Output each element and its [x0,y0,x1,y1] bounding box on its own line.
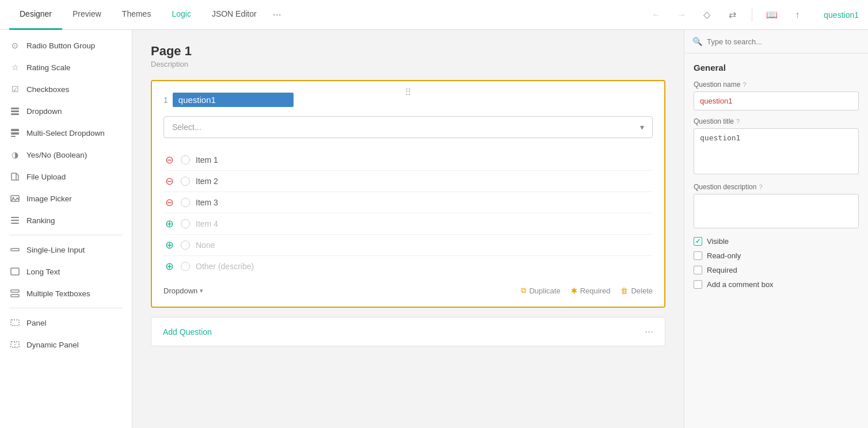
visible-checkbox[interactable]: ✓ [694,237,702,246]
check-icon: ✓ [695,238,701,245]
sidebar-item-image-picker[interactable]: Image Picker [0,188,132,209]
duplicate-button[interactable]: ⧉ Duplicate [521,286,560,295]
sidebar-item-radio-button-group[interactable]: ⊙ Radio Button Group [0,35,132,56]
add-question-bar[interactable]: Add Question ··· [151,317,665,346]
tab-json-editor[interactable]: JSON Editor [201,0,267,30]
search-icon: 🔍 [692,37,702,46]
item-3-label: Item 3 [196,198,218,207]
remove-item-2-button[interactable]: ⊖ [163,175,175,187]
radio-circle-other [181,262,190,271]
image-picker-icon [9,193,21,204]
svg-rect-4 [11,132,19,135]
none-label: None [196,240,215,250]
delete-icon: 🗑 [620,286,628,295]
add-item-4-button[interactable]: ⊕ [163,218,175,230]
svg-rect-3 [11,129,19,131]
multiple-textboxes-icon [9,288,21,299]
sidebar-item-panel[interactable]: Panel [0,312,132,334]
file-upload-icon [9,171,21,182]
svg-rect-15 [11,295,19,297]
sidebar-item-checkboxes[interactable]: ☑ Checkboxes [0,78,132,100]
question-title-textarea[interactable]: question1 [694,128,859,174]
footer-type-label: Dropdown [163,286,197,295]
sidebar-item-dynamic-panel[interactable]: Dynamic Panel [0,334,132,356]
drag-handle[interactable]: ⠿ [405,87,412,98]
read-only-checkbox-row: Read-only [694,251,859,260]
sidebar-item-rating-scale[interactable]: ☆ Rating Scale [0,56,132,78]
question-name-help-icon: ? [743,81,746,88]
radio-circle-none [181,240,190,250]
panel-icon [9,317,21,328]
question-title-help-icon: ? [736,118,740,125]
add-comment-checkbox[interactable] [694,280,702,289]
dropdown-placeholder: Select... [172,123,201,132]
svg-rect-11 [11,223,19,224]
svg-rect-5 [11,136,16,137]
item-1-label: Item 1 [196,155,218,165]
sidebar-item-multiple-textboxes[interactable]: Multiple Textboxes [0,282,132,304]
settings-button[interactable]: ⇄ [724,7,740,23]
sidebar-item-dropdown[interactable]: Dropdown [0,100,132,122]
undo-button[interactable]: ← [648,7,664,23]
search-input[interactable] [707,37,860,46]
question-name-field[interactable] [694,91,859,110]
checkboxes-icon: ☑ [9,83,21,95]
radio-circle-2 [181,177,190,186]
radio-circle-4 [181,219,190,228]
required-icon: ✱ [571,286,577,295]
question-title-input[interactable] [173,93,294,107]
item-2-label: Item 2 [196,177,218,186]
upload-button[interactable]: ↑ [789,7,805,23]
delete-button[interactable]: 🗑 Delete [620,286,653,295]
svg-rect-10 [11,220,19,221]
items-list: ⊖ Item 1 ⊖ Item 2 ⊖ Item 3 ⊕ Ite [163,150,653,277]
dropdown-arrow-icon: ▾ [640,123,644,132]
question-card: ⠿ 1 Select... ▾ ⊖ Item 1 ⊖ Item 2 [151,80,665,308]
sidebar-item-multi-select-dropdown[interactable]: Multi-Select Dropdown [0,122,132,144]
visible-label: Visible [707,237,729,246]
sidebar-item-single-line-input[interactable]: Single-Line Input [0,239,132,261]
question-desc-textarea[interactable] [694,194,859,228]
question-desc-label: Question description ? [694,183,859,191]
required-button[interactable]: ✱ Required [571,286,611,295]
multi-select-dropdown-icon [9,127,21,139]
tab-preview[interactable]: Preview [62,0,112,30]
tab-themes[interactable]: Themes [112,0,162,30]
book-button[interactable]: 📖 [764,7,780,23]
add-other-button[interactable]: ⊕ [163,261,175,272]
nav-divider [752,8,752,22]
svg-rect-14 [11,290,19,292]
dropdown-selector[interactable]: Select... ▾ [163,116,653,138]
yes-no-icon: ◑ [9,149,21,160]
radio-button-group-icon: ⊙ [9,40,21,51]
add-question-more-icon[interactable]: ··· [645,326,653,338]
card-footer: Dropdown ▾ ⧉ Duplicate ✱ Required 🗑 Dele… [163,286,653,295]
rating-scale-icon: ☆ [9,62,21,73]
footer-type-dropdown[interactable]: Dropdown ▾ [163,286,203,295]
svg-rect-12 [11,249,19,251]
nav-more-button[interactable]: ··· [267,0,287,30]
read-only-label: Read-only [707,251,741,260]
redo-button[interactable]: → [673,7,690,23]
panel-section-general: General Question name ? Question title ?… [684,54,868,289]
ranking-icon [9,215,21,226]
list-item: ⊖ Item 1 [163,150,653,171]
sidebar-item-file-upload[interactable]: File Upload [0,166,132,188]
tab-logic[interactable]: Logic [161,0,201,30]
remove-item-1-button[interactable]: ⊖ [163,154,175,166]
canvas: Page 1 Description ⠿ 1 Select... ▾ ⊖ Ite… [132,30,684,428]
svg-rect-16 [11,320,19,326]
svg-rect-6 [12,173,16,180]
sidebar-item-long-text[interactable]: Long Text [0,261,132,282]
tab-designer[interactable]: Designer [9,0,62,30]
read-only-checkbox[interactable] [694,251,702,260]
svg-rect-13 [11,268,19,275]
sidebar-item-ranking[interactable]: Ranking [0,209,132,231]
clear-button[interactable]: ◇ [699,7,715,23]
search-bar: 🔍 [684,30,868,54]
sidebar-item-yes-no-boolean[interactable]: ◑ Yes/No (Boolean) [0,144,132,166]
remove-item-3-button[interactable]: ⊖ [163,197,175,208]
add-none-button[interactable]: ⊕ [163,239,175,251]
nav-actions: ← → ◇ ⇄ 📖 ↑ question1 [648,7,859,23]
required-checkbox[interactable] [694,266,702,274]
